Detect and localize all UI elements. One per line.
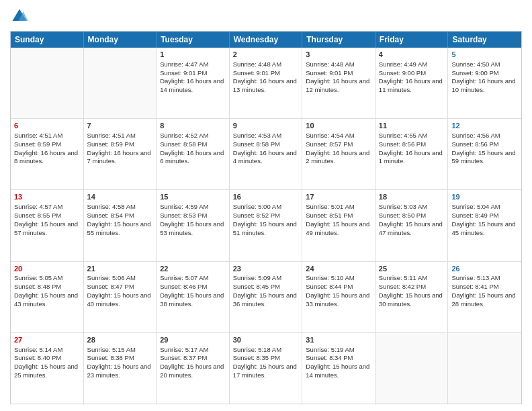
- calendar-cell: 16Sunrise: 5:00 AMSunset: 8:52 PMDayligh…: [230, 190, 303, 261]
- calendar-cell: 29Sunrise: 5:17 AMSunset: 8:37 PMDayligh…: [157, 333, 230, 404]
- calendar-cell: 25Sunrise: 5:11 AMSunset: 8:42 PMDayligh…: [375, 262, 449, 332]
- sunrise-text: Sunrise: 4:52 AM: [160, 132, 208, 139]
- day-number: 21: [87, 264, 153, 274]
- daylight-text: Daylight: 15 hours and 23 minutes.: [87, 363, 151, 379]
- daylight-text: Daylight: 15 hours and 20 minutes.: [160, 363, 224, 379]
- sunset-text: Sunset: 8:59 PM: [14, 140, 61, 148]
- calendar-cell: 14Sunrise: 4:58 AMSunset: 8:54 PMDayligh…: [84, 190, 157, 261]
- calendar-cell: 18Sunrise: 5:03 AMSunset: 8:50 PMDayligh…: [375, 190, 449, 261]
- daylight-text: Daylight: 15 hours and 55 minutes.: [87, 220, 151, 236]
- sunset-text: Sunset: 8:37 PM: [160, 354, 207, 361]
- sunset-text: Sunset: 8:51 PM: [306, 212, 353, 219]
- sunrise-text: Sunrise: 5:00 AM: [233, 203, 281, 210]
- day-number: 30: [233, 335, 299, 345]
- sunset-text: Sunset: 8:45 PM: [233, 283, 280, 290]
- sunset-text: Sunset: 8:50 PM: [379, 212, 426, 219]
- daylight-text: Daylight: 16 hours and 8 minutes.: [14, 149, 78, 165]
- sunrise-text: Sunrise: 5:15 AM: [87, 346, 136, 353]
- daylight-text: Daylight: 15 hours and 43 minutes.: [14, 291, 78, 308]
- daylight-text: Daylight: 16 hours and 12 minutes.: [306, 77, 369, 93]
- calendar-cell: [84, 48, 157, 118]
- logo: [10, 7, 32, 26]
- daylight-text: Daylight: 15 hours and 53 minutes.: [160, 220, 224, 236]
- calendar-cell: 23Sunrise: 5:09 AMSunset: 8:45 PMDayligh…: [230, 262, 303, 332]
- sunset-text: Sunset: 8:40 PM: [14, 354, 61, 361]
- calendar-cell: 8Sunrise: 4:52 AMSunset: 8:58 PMDaylight…: [157, 119, 230, 189]
- sunrise-text: Sunrise: 4:56 AM: [451, 132, 500, 139]
- day-number: 31: [306, 335, 371, 345]
- header-day-friday: Friday: [375, 32, 449, 48]
- calendar-cell: 13Sunrise: 4:57 AMSunset: 8:55 PMDayligh…: [11, 190, 84, 261]
- day-number: 2: [233, 50, 299, 60]
- sunset-text: Sunset: 8:53 PM: [160, 212, 207, 219]
- sunrise-text: Sunrise: 5:17 AM: [160, 346, 208, 353]
- calendar-row-1: 1Sunrise: 4:47 AMSunset: 9:01 PMDaylight…: [11, 48, 521, 118]
- sunset-text: Sunset: 8:35 PM: [233, 354, 280, 361]
- sunset-text: Sunset: 8:57 PM: [306, 140, 353, 148]
- sunrise-text: Sunrise: 5:07 AM: [160, 274, 208, 281]
- header-day-tuesday: Tuesday: [157, 32, 230, 48]
- calendar-cell: 7Sunrise: 4:51 AMSunset: 8:59 PMDaylight…: [84, 119, 157, 189]
- sunset-text: Sunset: 8:55 PM: [14, 212, 61, 219]
- sunrise-text: Sunrise: 5:09 AM: [233, 274, 281, 281]
- calendar-cell: [448, 333, 521, 404]
- calendar-cell: 21Sunrise: 5:06 AMSunset: 8:47 PMDayligh…: [84, 262, 157, 332]
- header-day-thursday: Thursday: [302, 32, 375, 48]
- day-number: 18: [379, 192, 445, 202]
- sunrise-text: Sunrise: 5:04 AM: [451, 203, 500, 210]
- daylight-text: Daylight: 15 hours and 45 minutes.: [451, 220, 515, 236]
- day-number: 11: [379, 121, 445, 131]
- daylight-text: Daylight: 15 hours and 33 minutes.: [306, 291, 369, 308]
- calendar-cell: 1Sunrise: 4:47 AMSunset: 9:01 PMDaylight…: [157, 48, 230, 118]
- sunset-text: Sunset: 8:58 PM: [233, 140, 280, 148]
- daylight-text: Daylight: 15 hours and 47 minutes.: [379, 220, 443, 236]
- sunset-text: Sunset: 8:58 PM: [160, 140, 207, 148]
- calendar-header: SundayMondayTuesdayWednesdayThursdayFrid…: [11, 32, 521, 48]
- calendar-cell: [11, 48, 84, 118]
- sunset-text: Sunset: 9:01 PM: [306, 69, 353, 77]
- sunrise-text: Sunrise: 4:59 AM: [160, 203, 208, 210]
- sunset-text: Sunset: 8:54 PM: [87, 212, 134, 219]
- sunrise-text: Sunrise: 4:57 AM: [14, 203, 62, 210]
- day-number: 16: [233, 192, 299, 202]
- day-number: 12: [451, 121, 518, 131]
- sunset-text: Sunset: 9:00 PM: [379, 69, 426, 77]
- header-day-sunday: Sunday: [11, 32, 84, 48]
- day-number: 1: [160, 50, 226, 60]
- sunset-text: Sunset: 8:59 PM: [87, 140, 134, 148]
- calendar-cell: 27Sunrise: 5:14 AMSunset: 8:40 PMDayligh…: [11, 333, 84, 404]
- sunrise-text: Sunrise: 4:48 AM: [233, 60, 281, 68]
- daylight-text: Daylight: 16 hours and 4 minutes.: [233, 149, 297, 165]
- day-number: 15: [160, 192, 226, 202]
- calendar-cell: 30Sunrise: 5:18 AMSunset: 8:35 PMDayligh…: [230, 333, 303, 404]
- sunrise-text: Sunrise: 5:14 AM: [14, 346, 62, 353]
- calendar-cell: 26Sunrise: 5:13 AMSunset: 8:41 PMDayligh…: [448, 262, 521, 332]
- sunrise-text: Sunrise: 5:01 AM: [306, 203, 354, 210]
- sunrise-text: Sunrise: 5:18 AM: [233, 346, 281, 353]
- day-number: 5: [451, 50, 518, 60]
- daylight-text: Daylight: 16 hours and 13 minutes.: [233, 77, 297, 93]
- day-number: 25: [379, 264, 445, 274]
- sunrise-text: Sunrise: 5:06 AM: [87, 274, 136, 281]
- calendar-cell: 31Sunrise: 5:19 AMSunset: 8:34 PMDayligh…: [302, 333, 375, 404]
- calendar-cell: 17Sunrise: 5:01 AMSunset: 8:51 PMDayligh…: [302, 190, 375, 261]
- daylight-text: Daylight: 15 hours and 40 minutes.: [87, 291, 151, 308]
- sunrise-text: Sunrise: 4:51 AM: [14, 132, 62, 139]
- day-number: 8: [160, 121, 226, 131]
- day-number: 23: [233, 264, 299, 274]
- sunset-text: Sunset: 9:01 PM: [233, 69, 280, 77]
- calendar-cell: 3Sunrise: 4:48 AMSunset: 9:01 PMDaylight…: [302, 48, 375, 118]
- day-number: 24: [306, 264, 371, 274]
- sunset-text: Sunset: 8:48 PM: [14, 283, 61, 290]
- sunset-text: Sunset: 9:01 PM: [160, 69, 207, 77]
- day-number: 20: [14, 264, 80, 274]
- calendar-cell: 5Sunrise: 4:50 AMSunset: 9:00 PMDaylight…: [448, 48, 521, 118]
- sunrise-text: Sunrise: 4:49 AM: [379, 60, 427, 68]
- calendar-cell: 12Sunrise: 4:56 AMSunset: 8:56 PMDayligh…: [448, 119, 521, 189]
- logo-icon: [10, 7, 29, 26]
- daylight-text: Daylight: 15 hours and 30 minutes.: [379, 291, 443, 308]
- calendar-cell: [375, 333, 449, 404]
- day-number: 29: [160, 335, 226, 345]
- day-number: 28: [87, 335, 153, 345]
- calendar-cell: 28Sunrise: 5:15 AMSunset: 8:38 PMDayligh…: [84, 333, 157, 404]
